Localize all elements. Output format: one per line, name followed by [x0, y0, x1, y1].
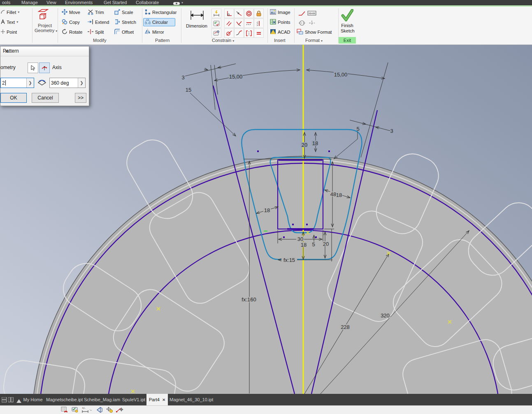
menu-get-started[interactable]: Get Started — [104, 0, 127, 5]
sketch-visibility-icon[interactable] — [72, 407, 79, 414]
modify-group-label[interactable]: Modify — [93, 38, 106, 43]
tab-magnetscheibe[interactable]: Magnetscheibe.ipt — [46, 394, 82, 405]
select-cursor-icon — [30, 65, 35, 71]
count-flyout-button[interactable]: ❯ — [26, 78, 34, 88]
tab-spulev1[interactable]: SpuleV1.ipt — [122, 394, 146, 405]
menu-collaborate[interactable]: Collaborate — [136, 0, 159, 5]
slice-graphics-icon[interactable] — [96, 407, 103, 414]
tab-scheibe-mag[interactable]: Scheibe_Mag.iam — [84, 394, 120, 405]
tangent-constraint-button[interactable] — [234, 19, 244, 28]
menu-environments[interactable]: Environments — [65, 0, 93, 5]
constraint-settings-button[interactable] — [211, 19, 221, 28]
grid-snap-icon[interactable] — [61, 407, 68, 414]
vertical-constraint-button[interactable] — [254, 19, 264, 28]
menu-view[interactable]: View — [46, 0, 56, 5]
smooth-constraint-button[interactable] — [234, 28, 244, 38]
relax-mode-icon[interactable] — [116, 407, 124, 414]
perpendicular-constraint-button[interactable] — [224, 9, 234, 18]
dimension-display-icon[interactable]: +/- — [81, 407, 92, 414]
lock-constraint-button[interactable] — [254, 9, 264, 18]
circular-pattern-button[interactable]: Circular — [145, 19, 168, 25]
select-axis-button[interactable] — [39, 62, 50, 73]
mirror-button[interactable]: Mirror — [145, 28, 164, 35]
more-options-button[interactable]: >> — [75, 93, 86, 103]
select-geometry-button[interactable] — [28, 62, 38, 73]
show-format-icon — [297, 28, 303, 35]
drag-lightbulb-icon[interactable] — [106, 407, 113, 414]
tab-my-home[interactable]: My Home — [21, 394, 44, 405]
insert-group-label[interactable]: Insert — [274, 38, 286, 43]
svg-text:30: 30 — [297, 236, 303, 242]
concentric-constraint-button[interactable] — [244, 9, 254, 18]
scale-button[interactable]: Scale — [114, 9, 133, 16]
coincident-constraint-button[interactable] — [234, 9, 244, 18]
point-icon — [1, 30, 5, 35]
tab-close-icon[interactable]: ✕ — [162, 398, 165, 402]
split-button[interactable]: Split — [88, 28, 104, 35]
cancel-button[interactable]: Cancel — [32, 93, 59, 103]
svg-text:5: 5 — [312, 241, 315, 247]
document-tab-bar: My Home Magnetscheibe.ipt Scheibe_Mag.ia… — [0, 394, 532, 405]
axis-select-icon — [41, 65, 48, 71]
points-button[interactable]: Points — [270, 19, 290, 25]
stretch-icon — [114, 19, 120, 25]
construction-line-button[interactable] — [297, 9, 307, 17]
tile-windows-icon[interactable] — [2, 397, 7, 404]
move-button[interactable]: Move — [62, 9, 80, 16]
tangent-circle-constraint-button[interactable] — [224, 28, 234, 38]
centerpoint-button[interactable] — [307, 19, 316, 27]
text-button[interactable]: Text▾ — [1, 19, 18, 25]
show-format-button[interactable]: Show Format — [297, 28, 332, 35]
dimension-button[interactable]: Dimension — [186, 23, 207, 28]
trim-button[interactable]: Trim — [88, 9, 104, 16]
point-button[interactable]: Point — [1, 28, 17, 35]
project-geometry-label[interactable]: ProjectGeometry ▾ — [35, 23, 55, 33]
angle-flyout-button[interactable]: ❯ — [78, 78, 85, 88]
finish-sketch-button[interactable]: FinishSketch — [341, 9, 354, 34]
count-field[interactable]: 2 ❯ — [0, 78, 34, 88]
horizontal-icon — [246, 20, 252, 27]
auto-dimension-button[interactable] — [211, 9, 221, 18]
format-group-label[interactable]: Format ▾ — [305, 38, 323, 43]
constraint-inference-button[interactable] — [211, 28, 221, 38]
svg-text:18: 18 — [312, 140, 318, 146]
close-icon[interactable]: ✕ — [3, 48, 10, 55]
angle-field[interactable]: 360 deg ❯ — [49, 78, 86, 88]
tab-magnet-46-30-10[interactable]: Magnet_46_30_10.ipt — [170, 394, 211, 405]
circular-pattern-icon — [145, 19, 151, 25]
auto-dimension-icon — [213, 10, 220, 17]
parallel-constraint-button[interactable] — [224, 19, 234, 28]
points-icon — [270, 19, 276, 25]
equal-constraint-button[interactable] — [254, 28, 264, 38]
menu-tools[interactable]: ools — [2, 0, 10, 5]
tab-part4-active[interactable]: Part4✕ — [146, 394, 168, 405]
offset-button[interactable]: Offset — [114, 28, 134, 35]
horizontal-constraint-button[interactable] — [244, 19, 254, 28]
dialog-titlebar[interactable]: Pattern ✕ — [0, 46, 89, 56]
constrain-group-label[interactable]: Constrain ▾ — [212, 38, 234, 43]
centerline-button[interactable] — [297, 19, 307, 27]
split-windows-icon[interactable] — [8, 397, 14, 404]
fillet-icon — [1, 9, 5, 15]
symmetric-constraint-button[interactable] — [244, 28, 254, 38]
driven-dim-button[interactable]: H×H — [307, 9, 316, 17]
svg-text:18: 18 — [301, 242, 307, 248]
rectangular-pattern-button[interactable]: Rectangular — [145, 9, 177, 16]
expand-up-icon[interactable] — [16, 398, 21, 405]
image-button[interactable]: Image — [270, 9, 290, 16]
rotate-button[interactable]: Rotate — [62, 28, 82, 35]
pattern-group-label[interactable]: Pattern — [155, 38, 170, 43]
copy-button[interactable]: Copy — [62, 19, 80, 25]
stretch-button[interactable]: Stretch — [114, 19, 136, 25]
fillet-button[interactable]: Fillet▾ — [1, 9, 19, 16]
offset-icon — [114, 29, 120, 35]
extend-button[interactable]: Extend — [88, 19, 109, 25]
menu-manage[interactable]: Manage — [21, 0, 38, 5]
ok-button[interactable]: OK — [0, 93, 27, 103]
svg-text:228: 228 — [341, 324, 350, 330]
exit-group-label[interactable]: Exit — [339, 37, 356, 44]
acad-button[interactable]: ACAD — [270, 28, 290, 35]
svg-text:48: 48 — [330, 191, 336, 197]
project-geometry-button[interactable] — [35, 9, 49, 21]
chevron-down-icon[interactable]: ▾ — [181, 0, 183, 5]
